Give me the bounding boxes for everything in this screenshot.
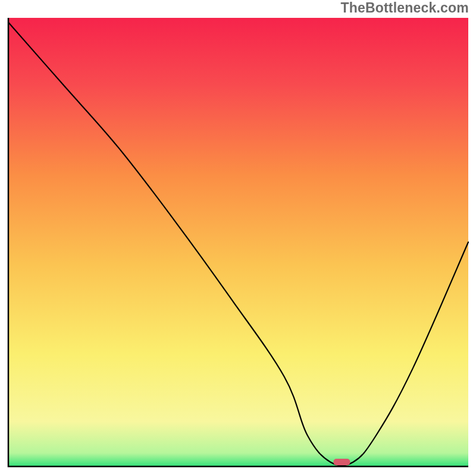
heat-gradient <box>8 18 468 466</box>
chart-container: { "watermark": "TheBottleneck.com", "cha… <box>0 0 476 476</box>
chart-svg <box>0 0 476 476</box>
watermark-text: TheBottleneck.com <box>340 0 469 16</box>
optimal-marker <box>333 459 350 465</box>
